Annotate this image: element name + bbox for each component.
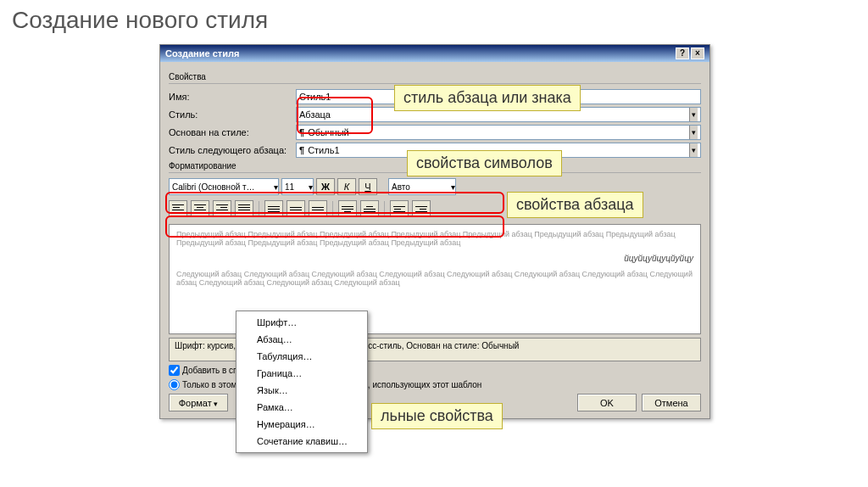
callout-style-type: стиль абзаца или знака [394, 85, 581, 111]
linespace-15-button[interactable] [287, 200, 305, 217]
italic-button[interactable]: К [337, 178, 356, 195]
preview-next-text: Следующий абзац Следующий абзац Следующи… [176, 270, 693, 287]
underline-button[interactable]: Ч [359, 178, 377, 195]
menu-frame[interactable]: Рамка… [236, 399, 367, 416]
format-button[interactable]: Формат [169, 394, 228, 411]
preview-prev-text: Предыдущий абзац Предыдущий абзац Предыд… [176, 230, 693, 247]
callout-char-props: свойства символов [407, 150, 562, 176]
linespace-2-button[interactable] [309, 200, 327, 217]
help-button[interactable]: ? [676, 48, 689, 59]
format-menu: Шрифт… Абзац… Табуляция… Граница… Язык… … [236, 311, 368, 453]
space-before-dec-button[interactable] [360, 200, 379, 217]
cancel-button[interactable]: Отмена [642, 394, 701, 411]
align-left-button[interactable] [169, 200, 187, 217]
next-style-label: Стиль следующего абзаца: [169, 145, 296, 155]
name-label: Имя: [169, 92, 296, 102]
menu-paragraph[interactable]: Абзац… [236, 331, 367, 348]
add-to-quick-checkbox[interactable] [169, 365, 180, 376]
align-center-button[interactable] [191, 200, 209, 217]
linespace-1-button[interactable] [264, 200, 283, 217]
color-select[interactable]: Авто▾ [388, 178, 456, 195]
menu-border[interactable]: Граница… [236, 365, 367, 382]
style-type-label: Стиль: [169, 109, 296, 120]
ok-button[interactable]: OK [577, 394, 637, 411]
align-justify-button[interactable] [235, 200, 253, 217]
titlebar: Создание стиля ? × [160, 45, 709, 62]
based-on-label: Основан на стиле: [169, 127, 296, 137]
callout-para-props: свойства абзаца [507, 192, 643, 218]
font-select[interactable]: Calibri (Основной текст)▾ [169, 178, 279, 195]
titlebar-text: Создание стиля [165, 48, 239, 59]
bold-button[interactable]: Ж [316, 178, 335, 195]
align-right-button[interactable] [213, 200, 231, 217]
size-select[interactable]: 11▾ [281, 178, 314, 195]
menu-language[interactable]: Язык… [236, 382, 367, 399]
space-before-inc-button[interactable] [338, 200, 357, 217]
menu-font[interactable]: Шрифт… [236, 314, 367, 331]
based-on-select[interactable]: Обычный▾ [296, 125, 701, 140]
menu-numbering[interactable]: Нумерация… [236, 416, 367, 433]
page-title: Создание нового стиля [0, 0, 868, 41]
only-this-doc-radio[interactable] [169, 379, 180, 390]
callout-extra-props: льные свойства [371, 403, 503, 429]
menu-tabs[interactable]: Табуляция… [236, 348, 367, 365]
indent-dec-button[interactable] [390, 200, 409, 217]
close-button[interactable]: × [691, 48, 704, 59]
menu-shortcut[interactable]: Сочетание клавиш… [236, 433, 367, 450]
preview-sample-text: йцуйцуйцуцйуйцу [176, 254, 693, 263]
indent-inc-button[interactable] [412, 200, 431, 217]
group-properties-label: Свойства [169, 72, 701, 81]
